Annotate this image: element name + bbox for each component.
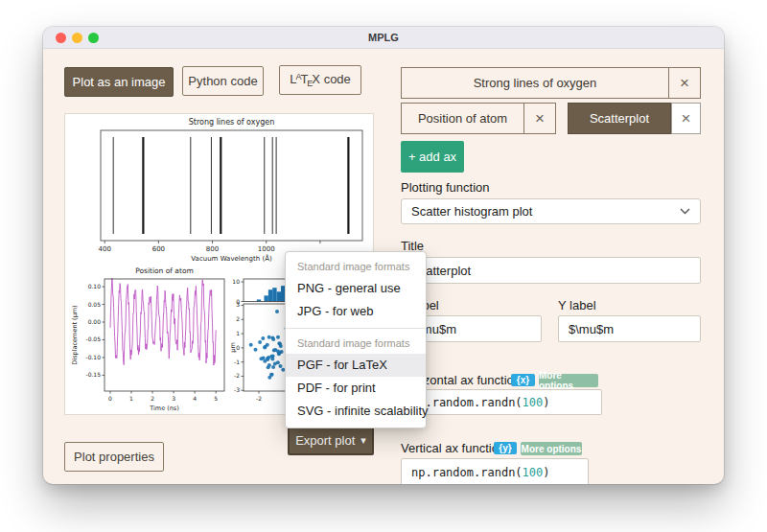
add-ax-button[interactable]: + add ax — [401, 141, 464, 173]
plot-as-image-label: Plot as an image — [73, 75, 166, 89]
svg-text:Strong lines of oxygen: Strong lines of oxygen — [189, 118, 275, 127]
ax-tab-position-of-atom[interactable]: Position of atom × — [401, 103, 556, 134]
svg-text:10: 10 — [232, 278, 240, 285]
svg-text:0: 0 — [108, 395, 112, 402]
svg-text:-2: -2 — [256, 395, 262, 402]
window-title: MPLG — [43, 27, 724, 49]
menu-group-header: Standard image formats — [286, 334, 426, 354]
traffic-light-close-icon[interactable] — [56, 33, 66, 43]
svg-text:Displacement (µm): Displacement (µm) — [71, 305, 79, 364]
y-label-input[interactable]: $\mu$m — [558, 315, 701, 342]
vertical-ax-function-input[interactable]: np.random.randn(100) — [401, 458, 589, 484]
menu-item-pgf[interactable]: PGF - for LaTeX — [286, 354, 426, 377]
svg-text:-0.05: -0.05 — [85, 335, 101, 342]
y-label-label: Y label — [558, 298, 596, 312]
more-options-button-vertical[interactable]: More options — [521, 442, 582, 455]
caret-down-icon: ▾ — [360, 434, 366, 447]
latex-logo: LATEX code — [290, 72, 351, 88]
ax-tab-label: Position of atom — [402, 104, 523, 133]
plot-properties-label: Plot properties — [74, 450, 154, 464]
menu-item-pdf[interactable]: PDF - for print — [286, 377, 426, 400]
vertical-ax-function-label: Vertical ax function — [401, 441, 505, 455]
traffic-light-zoom-icon[interactable] — [88, 33, 99, 43]
x-variable-badge: {x} — [511, 374, 535, 386]
code-text: ) — [543, 396, 549, 409]
plotting-function-select[interactable]: Scatter histogram plot — [401, 198, 701, 224]
svg-text:Position of atom: Position of atom — [135, 266, 194, 275]
menu-group-header: Standard image formats — [286, 257, 426, 277]
svg-text:0.05: 0.05 — [88, 301, 102, 308]
title-input[interactable]: Scatterplot — [401, 257, 701, 284]
plot-as-image-button[interactable]: Plot as an image — [64, 67, 174, 97]
horizontal-ax-function-input[interactable]: np.random.randn(100) — [401, 389, 602, 415]
menu-item-png[interactable]: PNG - general use — [286, 277, 426, 300]
svg-text:0.10: 0.10 — [88, 283, 102, 289]
svg-text:600: 600 — [152, 245, 165, 253]
python-code-button[interactable]: Python code — [182, 66, 264, 96]
screen: MPLG Plot as an image Python code LATEX … — [0, 0, 767, 532]
ax-tab-scatterplot-active[interactable]: Scatterplot — [568, 103, 671, 134]
close-ax-icon[interactable]: × — [671, 103, 701, 134]
ax-tab-strong-lines[interactable]: Strong lines of oxygen × — [401, 67, 701, 99]
latex-code-button[interactable]: LATEX code — [279, 65, 361, 95]
ax-tab-label: Strong lines of oxygen — [402, 68, 668, 98]
code-text: ) — [543, 466, 549, 479]
svg-text:400: 400 — [99, 245, 111, 253]
python-code-label: Python code — [188, 74, 257, 88]
y-label-value: $\mu$m — [569, 322, 614, 336]
svg-text:-1: -1 — [234, 359, 240, 365]
code-text: np.random.randn( — [411, 466, 523, 479]
export-plot-label: Export plot — [295, 433, 355, 448]
svg-text:-0.10: -0.10 — [85, 354, 101, 360]
ax-tab-label: Scatterplot — [590, 111, 649, 126]
svg-text:2: 2 — [151, 395, 154, 402]
plotting-function-label: Plotting function — [401, 180, 490, 195]
code-number: 100 — [523, 396, 544, 409]
export-format-menu: Standard image formats PNG - general use… — [285, 251, 427, 428]
code-number: 100 — [523, 466, 544, 479]
svg-text:3: 3 — [172, 395, 175, 402]
add-ax-label: + add ax — [408, 150, 456, 164]
menu-item-jpg[interactable]: JPG - for web — [286, 300, 426, 323]
svg-text:-2: -2 — [234, 372, 240, 379]
svg-text:4: 4 — [193, 395, 197, 402]
svg-text:Time (ns): Time (ns) — [149, 405, 179, 412]
svg-text:-0.15: -0.15 — [85, 371, 101, 378]
plotting-function-value: Scatter histogram plot — [411, 204, 532, 219]
svg-text:1: 1 — [129, 395, 133, 402]
y-variable-badge: {y} — [494, 442, 517, 454]
svg-text:3: 3 — [236, 301, 240, 308]
more-options-button-horizontal[interactable]: More options — [539, 374, 598, 387]
menu-divider — [286, 328, 426, 329]
svg-text:5: 5 — [214, 395, 218, 402]
svg-text:800: 800 — [206, 245, 219, 253]
traffic-light-minimize-icon[interactable] — [72, 33, 82, 43]
svg-text:1: 1 — [236, 330, 240, 336]
app-window: MPLG Plot as an image Python code LATEX … — [43, 27, 724, 484]
export-plot-button[interactable]: Export plot ▾ — [288, 426, 374, 455]
window-titlebar[interactable]: MPLG — [43, 27, 724, 49]
close-ax-icon[interactable]: × — [668, 68, 700, 98]
latex-label-rest: code — [320, 72, 351, 86]
svg-text:0.00: 0.00 — [88, 318, 102, 325]
chevron-down-icon — [680, 208, 690, 215]
svg-text:µm: µm — [229, 342, 237, 352]
close-glyph: × — [682, 109, 691, 128]
latex-letter: X — [312, 72, 320, 86]
svg-text:-3: -3 — [234, 386, 240, 393]
svg-text:2: 2 — [236, 315, 240, 322]
svg-text:Vacuum Wavelength (Å): Vacuum Wavelength (Å) — [191, 254, 272, 263]
svg-text:1000: 1000 — [258, 245, 275, 253]
plot-properties-button[interactable]: Plot properties — [64, 442, 164, 472]
menu-item-svg[interactable]: SVG - infinite scalability — [286, 400, 426, 423]
close-ax-icon[interactable]: × — [523, 104, 555, 133]
